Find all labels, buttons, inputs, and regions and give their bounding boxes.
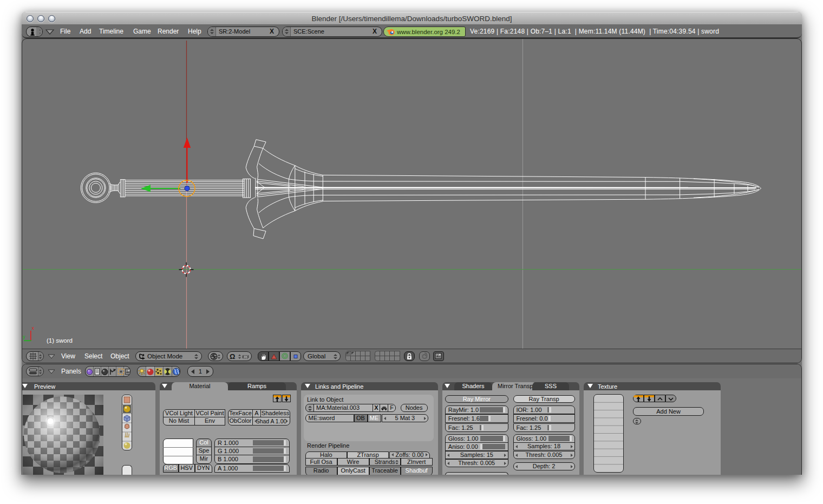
svg-text:y: y	[23, 334, 25, 339]
svg-text:x: x	[32, 325, 35, 331]
svg-text:(1) sword: (1) sword	[47, 337, 73, 344]
